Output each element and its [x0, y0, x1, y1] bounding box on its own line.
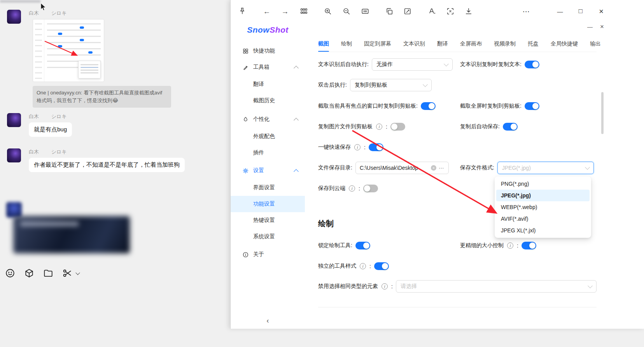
- edit-icon[interactable]: [402, 6, 413, 16]
- panel-close-button[interactable]: ×: [598, 23, 606, 31]
- setting-row-independent-style: 独立的工具样式 :: [318, 260, 389, 272]
- setting-label: 独立的工具样式: [318, 263, 356, 270]
- browse-more-button[interactable]: ⋯: [439, 165, 444, 171]
- auto-save-toggle[interactable]: [503, 123, 518, 131]
- clear-icon[interactable]: ×: [431, 165, 436, 171]
- sender-name: 白木 シロキ: [29, 10, 212, 17]
- ocr-auto-select[interactable]: 无操作: [372, 58, 453, 71]
- dropdown-option-webp[interactable]: WEBP(*.webp): [496, 201, 590, 213]
- setting-label: 禁用选择相同类型的元素: [318, 283, 378, 290]
- tab-tray[interactable]: 托盘: [528, 40, 539, 48]
- sidebar-item-label: 功能设置: [253, 201, 275, 208]
- chat-message: 白木 シロキ One | onedayxyy.cn: 看下有啥截图: [7, 10, 212, 108]
- more-icon[interactable]: ⋯: [521, 6, 531, 16]
- lock-tool-toggle[interactable]: [355, 242, 370, 249]
- cloud-save-toggle[interactable]: [363, 185, 378, 192]
- setting-row-double-click: 双击后执行: 复制到剪贴板: [318, 79, 432, 91]
- save-format-select[interactable]: JPEG(*.jpg): [497, 162, 594, 174]
- chevron-down-icon[interactable]: [75, 270, 80, 275]
- chevron-up-icon: [294, 169, 299, 174]
- blurred-avatar[interactable]: [6, 202, 22, 218]
- fine-control-toggle[interactable]: [522, 242, 536, 249]
- sidebar-group-toolbox[interactable]: 工具箱: [231, 59, 305, 75]
- chat-input-toolbar: [5, 268, 79, 279]
- scan-select-icon[interactable]: [445, 6, 455, 16]
- tab-global-hotkeys[interactable]: 全局快捷键: [551, 40, 578, 48]
- copy-icon[interactable]: [384, 6, 394, 16]
- sidebar-item-translate[interactable]: 翻译: [231, 76, 305, 92]
- sidebar-item-hotkey-settings[interactable]: 热键设置: [231, 212, 305, 228]
- sidebar-item-label: 外观配色: [253, 133, 275, 140]
- sidebar-item-label: 热键设置: [253, 217, 275, 224]
- setting-label: 文件保存目录:: [318, 164, 352, 171]
- independent-style-toggle[interactable]: [374, 262, 389, 270]
- sidebar-item-function-settings[interactable]: 功能设置: [231, 196, 305, 212]
- focus-copy-toggle[interactable]: [421, 102, 436, 110]
- sidebar-collapse-button[interactable]: ‹: [231, 317, 305, 325]
- sidebar-group-personalize[interactable]: 个性化: [231, 111, 305, 127]
- maximize-button[interactable]: □: [576, 6, 586, 16]
- tab-pin-to-screen[interactable]: 固定到屏幕: [364, 40, 391, 48]
- message-image-thumbnail[interactable]: [33, 19, 104, 82]
- avatar[interactable]: [7, 10, 21, 24]
- emoji-icon[interactable]: [5, 268, 16, 279]
- tab-output[interactable]: 输出: [590, 40, 601, 48]
- tab-screenshot[interactable]: 截图: [318, 40, 329, 48]
- tab-ocr[interactable]: 文本识别: [403, 40, 425, 48]
- quick-save-toggle[interactable]: [369, 143, 383, 151]
- sidebar-item-appearance[interactable]: 外观配色: [231, 128, 305, 145]
- avatar[interactable]: [7, 148, 21, 162]
- fullscreen-copy-toggle[interactable]: [525, 102, 539, 110]
- sidebar-item-history[interactable]: 截图历史: [231, 92, 305, 109]
- select-value: JPEG(*.jpg): [502, 165, 531, 171]
- sender-name: 白木 シロキ: [29, 148, 185, 155]
- ocr-icon[interactable]: [427, 6, 437, 16]
- save-dir-input[interactable]: C:\Users\Misak\Desktop × ⋯: [355, 162, 449, 174]
- blurred-message-image[interactable]: [13, 216, 130, 253]
- pin-icon[interactable]: [237, 6, 247, 16]
- setting-row-ocr-copy: 文本识别复制时复制文本:: [460, 58, 539, 71]
- ocr-copy-toggle[interactable]: [525, 61, 539, 68]
- zoom-in-icon[interactable]: [323, 6, 333, 16]
- quoted-text[interactable]: One | onedayxyy.cn: 看下有啥截图工具能直接截图成avif格式…: [33, 86, 171, 108]
- label-colon: :: [391, 283, 393, 289]
- scissors-icon[interactable]: [62, 268, 73, 279]
- dropdown-option-avif[interactable]: AVIF(*.avif): [496, 213, 590, 225]
- sidebar-item-ui-settings[interactable]: 界面设置: [231, 180, 305, 196]
- sidebar-item-quick-functions[interactable]: 快捷功能: [231, 43, 305, 59]
- minimize-button[interactable]: —: [555, 6, 565, 16]
- download-icon[interactable]: [464, 6, 474, 16]
- scrollbar-thumb[interactable]: [601, 92, 604, 134]
- back-icon[interactable]: ←: [262, 6, 272, 16]
- avatar[interactable]: [7, 113, 21, 127]
- select-value: 无操作: [376, 61, 393, 68]
- dropdown-option-jpeg[interactable]: JPEG(*.jpg): [496, 190, 590, 201]
- select-placeholder: 请选择: [401, 283, 417, 290]
- sidebar-item-plugins[interactable]: 插件: [231, 145, 305, 161]
- tab-fullscreen-canvas[interactable]: 全屏画布: [460, 40, 482, 48]
- setting-label: 保存文件格式:: [460, 164, 494, 171]
- tab-translate[interactable]: 翻译: [437, 40, 448, 48]
- tab-draw[interactable]: 绘制: [341, 40, 352, 48]
- tab-video-record[interactable]: 视频录制: [494, 40, 516, 48]
- disable-same-type-select[interactable]: 请选择: [396, 280, 597, 293]
- close-button[interactable]: ×: [596, 6, 606, 16]
- copy-file-toggle[interactable]: [390, 123, 405, 131]
- forward-icon[interactable]: →: [280, 6, 290, 16]
- cube-icon[interactable]: [24, 268, 35, 279]
- sidebar-group-settings[interactable]: 设置: [231, 162, 305, 179]
- message-bubble[interactable]: 就是有点bug: [29, 122, 72, 137]
- sidebar-item-about[interactable]: 关于: [231, 246, 305, 263]
- dropdown-option-png[interactable]: PNG(*.png): [496, 178, 590, 190]
- sidebar-item-system-settings[interactable]: 系统设置: [231, 228, 305, 245]
- setting-row-save-format: 保存文件格式: JPEG(*.jpg): [460, 162, 594, 174]
- chat-message: 白木 シロキ 作者最近不更新了，不知道是不是年底了，忙着当加班狗: [7, 148, 185, 172]
- message-bubble[interactable]: 作者最近不更新了，不知道是不是年底了，忙着当加班狗: [29, 158, 185, 172]
- canvas-scale-icon[interactable]: [360, 6, 370, 16]
- zoom-out-icon[interactable]: [341, 6, 352, 16]
- dropdown-option-jpegxl[interactable]: JPEG XL(*.jxl): [496, 225, 590, 236]
- layout-grid-icon[interactable]: [299, 6, 309, 16]
- folder-icon[interactable]: [43, 268, 54, 279]
- double-click-select[interactable]: 复制到剪贴板: [350, 79, 432, 91]
- panel-minimize-button[interactable]: —: [586, 23, 594, 31]
